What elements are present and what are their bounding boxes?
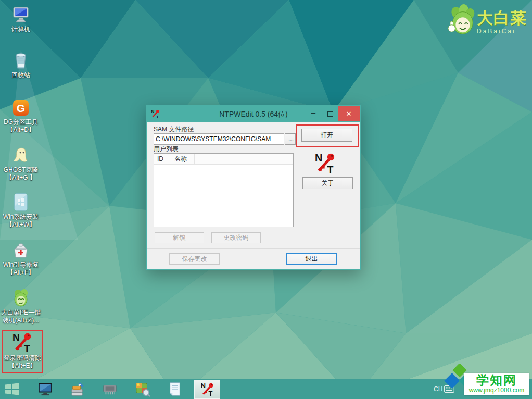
start-button[interactable] [4, 381, 20, 397]
ntpwedit-key-icon: NT [200, 382, 214, 396]
desktop-icon-label2: 装机(Alt+Z)... [0, 317, 42, 325]
sam-path-input[interactable] [154, 133, 284, 145]
window-client-area: SAM 文件路径 ... 打开 用户列表 ID 名称 NT 关于 解锁 更改密码… [147, 122, 360, 269]
watermark-box: 学知网 www.jmqz1000.com [464, 373, 529, 395]
open-button[interactable]: 打开 [301, 129, 352, 142]
exit-button[interactable]: 退出 [286, 253, 337, 265]
taskbar-memory-icon[interactable] [102, 381, 118, 397]
desktop-icon-label: DG分区工具 [0, 118, 42, 126]
desktop-icon-label2: 【Alt+E】 [4, 362, 41, 370]
unlock-button[interactable]: 解锁 [155, 232, 204, 243]
desktop-icon-label2: 【Alt+W】 [0, 221, 42, 229]
taskbar-ntpwedit-button-active[interactable]: NT [194, 380, 220, 399]
horizontal-separator [147, 248, 360, 249]
svg-text:T: T [24, 343, 30, 353]
open-annotation-box: 打开 [296, 124, 359, 147]
desktop-icon-label: Win引导修复 [0, 261, 42, 269]
user-list-header: ID 名称 [154, 154, 293, 165]
column-id[interactable]: ID [154, 154, 171, 164]
dg-partition-icon: G [0, 97, 42, 117]
user-list[interactable]: ID 名称 [154, 153, 294, 227]
brand-name: 大白菜 [477, 9, 527, 27]
taskbar-notepad-icon[interactable] [167, 381, 183, 397]
maximize-icon [327, 111, 333, 117]
desktop-icon-dabaicai-pe[interactable]: 大白菜PE一键 装机(Alt+Z)... [0, 288, 42, 325]
ntpwedit-logo-icon: NT [314, 152, 337, 176]
svg-text:G: G [17, 102, 25, 114]
ghost-icon [0, 145, 42, 165]
desktop-icon-ghost-clone[interactable]: GHOST克隆 【Alt+G 】 [0, 145, 42, 182]
desktop-icon-label: 回收站 [0, 71, 42, 79]
cabbage-icon [0, 288, 42, 307]
desktop-icon-win-install[interactable]: Win系统安装 【Alt+W】 [0, 192, 42, 229]
svg-text:N: N [315, 152, 322, 164]
windows-logo-icon [4, 382, 20, 396]
change-password-button[interactable]: 更改密码 [211, 232, 261, 243]
watermark-site: 学知网 [464, 373, 529, 387]
language-indicator[interactable]: CH [434, 385, 442, 393]
ntpwedit-key-icon: NT [4, 333, 41, 353]
dabaicai-brand: 大白菜 DaBaiCai [447, 3, 529, 41]
boot-repair-icon [0, 240, 42, 259]
desktop-icon-label: 登录密码清除 [4, 354, 41, 362]
sam-path-label: SAM 文件路径 [154, 125, 194, 134]
recycle-bin-icon [0, 50, 42, 70]
desktop-icon-recycle-bin[interactable]: 回收站 [0, 50, 42, 79]
brand-latin: DaBaiCai [477, 28, 527, 35]
win-install-icon [0, 192, 42, 211]
desktop-icon-label2: 【Alt+F】 [0, 269, 42, 277]
cabbage-mascot-icon [447, 4, 477, 40]
desktop-icon-password-clear[interactable]: NT 登录密码清除 【Alt+E】 [2, 330, 43, 373]
desktop-icon-dg-partition[interactable]: G DG分区工具 【Alt+D】 [0, 97, 42, 134]
taskbar-image-tool-icon[interactable] [135, 381, 150, 397]
taskbar-display-icon[interactable] [37, 381, 53, 397]
column-name[interactable]: 名称 [171, 154, 195, 164]
taskbar-disk-tool-icon[interactable] [70, 381, 85, 397]
svg-text:N: N [200, 382, 205, 390]
desktop-icon-label: Win系统安装 [0, 213, 42, 221]
desktop-icon-label2: 【Alt+G 】 [0, 174, 42, 182]
close-button[interactable]: ✕ [338, 106, 360, 121]
window-titlebar[interactable]: NT NTPWEdit 0.5 (64位) – ✕ [147, 106, 360, 122]
user-list-label: 用户列表 [154, 145, 179, 154]
svg-text:N: N [12, 332, 20, 343]
ntpwedit-window: NT NTPWEdit 0.5 (64位) – ✕ SAM 文件路径 ... 打… [146, 105, 361, 270]
desktop-icon-boot-repair[interactable]: Win引导修复 【Alt+F】 [0, 240, 42, 277]
svg-text:T: T [327, 164, 333, 174]
computer-icon [0, 4, 42, 24]
about-button[interactable]: 关于 [302, 177, 353, 189]
maximize-button[interactable] [322, 106, 338, 121]
desktop-icon-label: 计算机 [0, 26, 42, 33]
desktop-icon-label2: 【Alt+D】 [0, 126, 42, 134]
svg-text:T: T [208, 390, 212, 396]
save-changes-button[interactable]: 保存更改 [169, 253, 220, 265]
watermark-url: www.jmqz1000.com [464, 387, 529, 394]
desktop-icon-label: GHOST克隆 [0, 166, 42, 174]
desktop-icon-computer[interactable]: 计算机 [0, 4, 42, 33]
vertical-separator [298, 146, 298, 248]
browse-button[interactable]: ... [285, 133, 296, 145]
minimize-button[interactable]: – [306, 106, 321, 121]
desktop-icon-label: 大白菜PE一键 [0, 309, 42, 317]
